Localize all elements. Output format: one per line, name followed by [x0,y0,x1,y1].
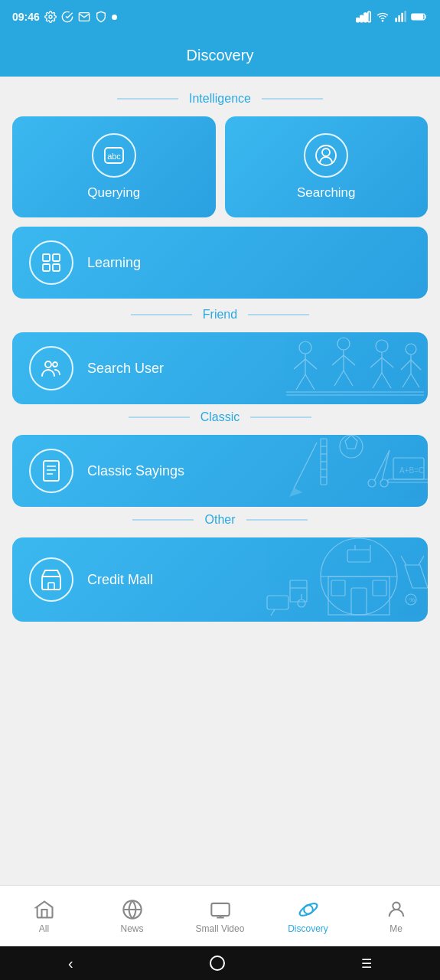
svg-rect-8 [401,13,403,22]
svg-point-62 [380,479,388,487]
svg-point-40 [406,344,416,354]
svg-point-22 [299,341,311,354]
querying-label: Querying [87,185,140,201]
svg-point-0 [49,15,52,18]
svg-rect-64 [388,479,428,482]
querying-icon-circle: abc [92,133,136,178]
section-line-right [262,98,323,100]
section-line-left-classic [129,416,190,418]
searching-label: Searching [297,185,356,201]
section-line-right-friend [248,314,309,315]
svg-rect-18 [43,264,50,271]
svg-rect-73 [373,580,386,596]
section-line-left-friend [131,314,192,315]
classic-sayings-card[interactable]: Classic Sayings [12,435,428,507]
settings-icon [44,11,57,23]
nav-item-discovery[interactable]: Discovery [264,894,352,939]
svg-point-61 [368,479,376,487]
svg-line-30 [332,355,344,365]
wifi-icon [376,11,389,23]
globe-icon [122,899,143,920]
svg-line-36 [370,358,382,368]
nav-label-small-video: Small Video [196,923,245,934]
tv-icon [210,899,231,920]
svg-rect-71 [351,588,367,615]
svg-line-27 [305,374,315,390]
nav-item-small-video[interactable]: Small Video [176,894,264,939]
svg-line-26 [296,374,305,390]
section-line-left-other [132,519,194,521]
svg-line-78 [419,556,424,565]
section-title-other: Other [204,513,235,527]
intelligence-grid: abc Querying Searching [12,116,428,217]
credit-mall-icon-circle [29,557,73,602]
svg-rect-67 [48,583,54,590]
section-title-intelligence: Intelligence [189,92,251,106]
home-button[interactable] [210,956,225,971]
svg-text:A+B=C: A+B=C [399,466,424,475]
learning-icon-circle [29,240,73,285]
svg-text:abc: abc [107,152,121,161]
section-classic: Classic Classic Sayings [12,410,428,507]
credit-mall-label: Credit Mall [87,572,153,588]
search-user-card[interactable]: Search User [12,332,428,404]
svg-rect-17 [53,254,60,261]
svg-point-14 [322,149,330,156]
nav-label-all: All [39,923,49,934]
svg-point-89 [393,902,399,909]
credit-mall-deco: % [259,537,428,622]
section-title-friend: Friend [203,308,237,322]
main-content: Intelligence abc Querying [0,77,440,885]
nav-item-all[interactable]: All [0,894,88,939]
svg-rect-6 [395,18,397,21]
nav-item-me[interactable]: Me [352,894,440,939]
svg-point-5 [382,21,383,21]
svg-line-42 [401,360,411,370]
section-line-right-other [246,519,308,521]
credit-mall-card[interactable]: Credit Mall [12,537,428,622]
nav-item-news[interactable]: News [88,894,176,939]
back-button[interactable]: ‹ [68,955,73,972]
section-line-left [117,98,178,100]
query-icon: abc [102,143,126,168]
svg-rect-11 [412,15,423,19]
check-circle-icon [61,11,73,23]
search-user-icon-circle [29,346,73,390]
classic-sayings-icon-circle [29,449,73,493]
search-user-deco [282,332,428,404]
svg-rect-2 [360,15,363,21]
section-title-classic: Classic [200,410,240,424]
learning-icon [39,250,64,275]
svg-point-20 [45,361,51,368]
status-bar: 09:46 [0,0,440,34]
searching-icon-circle [304,133,348,178]
learning-card[interactable]: Learning [12,227,428,299]
search-user-label: Search User [87,361,164,377]
status-left: 09:46 [12,11,117,23]
signal-icon [356,11,371,23]
svg-marker-53 [290,488,301,496]
svg-rect-1 [357,18,359,22]
bottom-navigation: All News Small Video Discovery Me [0,885,440,946]
svg-rect-81 [290,580,307,602]
svg-rect-7 [398,15,400,22]
svg-rect-84 [267,596,288,609]
svg-line-45 [411,374,419,387]
searching-card[interactable]: Searching [225,116,429,217]
android-nav-bar: ‹ ☰ [0,946,440,980]
querying-card[interactable]: abc Querying [12,116,216,217]
home-icon [34,899,55,920]
svg-point-83 [298,599,305,607]
email-icon [78,11,90,23]
svg-rect-9 [404,11,406,22]
svg-rect-16 [43,254,50,261]
search-person-icon [314,143,338,168]
status-right [356,11,428,23]
planet-icon [298,899,319,920]
recents-button[interactable]: ☰ [361,956,372,971]
svg-point-21 [53,362,57,367]
svg-line-39 [382,373,391,388]
users-icon [39,356,64,381]
section-line-right-classic [250,416,311,418]
nav-label-discovery: Discovery [288,923,328,934]
